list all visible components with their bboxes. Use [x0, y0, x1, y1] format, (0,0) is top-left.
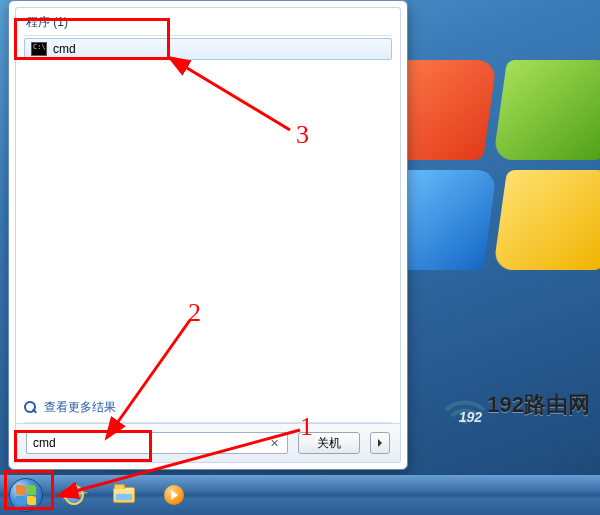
shutdown-button[interactable]: 关机 [298, 432, 360, 454]
clear-search-icon[interactable]: ✕ [266, 437, 283, 450]
watermark-badge: 192 [459, 409, 482, 425]
search-section-header: 程序 (1) [16, 8, 400, 35]
windows-logo-wallpaper [380, 60, 600, 300]
search-input[interactable] [31, 436, 266, 450]
start-menu-bottom-bar: ✕ 关机 [16, 423, 400, 462]
divider [24, 35, 392, 36]
windows-logo-icon [9, 478, 43, 512]
start-menu-panel: 程序 (1) cmd 查看更多结果 ✕ 关机 [8, 0, 408, 470]
taskbar-ie-button[interactable] [50, 479, 98, 511]
taskbar-explorer-button[interactable] [100, 479, 148, 511]
start-button[interactable] [4, 477, 48, 513]
see-more-results-label: 查看更多结果 [44, 399, 116, 416]
media-player-icon [164, 485, 184, 505]
search-box[interactable]: ✕ [26, 432, 288, 454]
file-explorer-icon [113, 487, 135, 503]
search-result-label: cmd [53, 42, 76, 56]
search-icon [24, 401, 38, 415]
shutdown-options-arrow[interactable] [370, 432, 390, 454]
see-more-results[interactable]: 查看更多结果 [16, 393, 400, 422]
search-result-cmd[interactable]: cmd [24, 38, 392, 60]
watermark-text: 192路由网 [487, 390, 590, 420]
taskbar-media-player-button[interactable] [150, 479, 198, 511]
taskbar [0, 475, 600, 515]
cmd-icon [31, 42, 47, 56]
internet-explorer-icon [62, 483, 86, 507]
